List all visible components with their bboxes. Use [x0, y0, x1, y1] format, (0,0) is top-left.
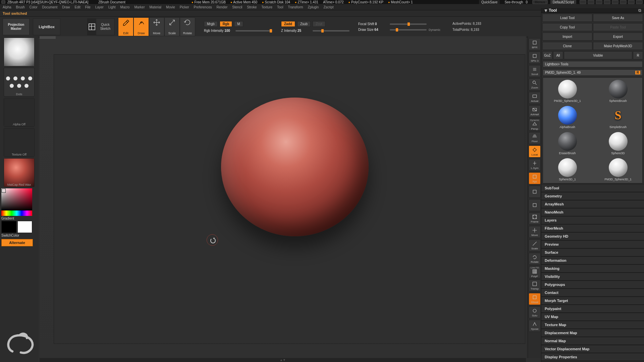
- quick-sketch-button[interactable]: QuickSketch: [87, 18, 115, 35]
- tool-visible-button[interactable]: Visible: [564, 51, 632, 59]
- menu-brush[interactable]: Brush: [16, 5, 25, 9]
- r-flag[interactable]: R: [635, 71, 640, 74]
- rshelf-aahalf[interactable]: AAHalf: [529, 105, 541, 117]
- texture-slot[interactable]: Texture Off: [4, 128, 35, 157]
- menu-zplugin[interactable]: Zplugin: [308, 5, 319, 9]
- subpalette-fibermesh[interactable]: FiberMesh: [541, 224, 644, 232]
- rshelf-transp[interactable]: Transp: [529, 280, 541, 292]
- subpalette-texture-map[interactable]: Texture Map: [541, 321, 644, 329]
- rshelf-zoom[interactable]: Zoom: [529, 78, 541, 90]
- alternate-button[interactable]: Alternate: [1, 239, 33, 246]
- rgb-intensity-slider[interactable]: [235, 30, 272, 32]
- subpalette-visibility[interactable]: Visibility: [541, 273, 644, 281]
- draw-size-slider[interactable]: [390, 29, 427, 31]
- win-btn-4[interactable]: [604, 0, 610, 4]
- win-min[interactable]: [620, 0, 627, 4]
- tool-import-button[interactable]: Import: [542, 33, 592, 41]
- tool-all-button[interactable]: All: [553, 51, 563, 59]
- draw-mode-button[interactable]: Draw: [133, 17, 149, 36]
- stroke-slot[interactable]: Dots: [4, 68, 35, 97]
- win-btn-3[interactable]: [596, 0, 602, 4]
- menu-layer[interactable]: Layer: [95, 5, 104, 9]
- subpalette-contact[interactable]: Contact: [541, 289, 644, 297]
- projection-master-button[interactable]: Projection Master: [3, 18, 30, 35]
- subpalette-uv-map[interactable]: UV Map: [541, 313, 644, 321]
- win-btn-1[interactable]: [580, 0, 586, 4]
- tool-thumb-sphere3d[interactable]: Sphere3D: [596, 132, 640, 155]
- color-picker[interactable]: Gradient SwitchColor Alternate: [1, 188, 32, 246]
- menu-zscript[interactable]: Zscript: [323, 5, 333, 9]
- brush-slot[interactable]: Standard: [4, 38, 35, 66]
- subpalette-deformation[interactable]: Deformation: [541, 256, 644, 264]
- script-label[interactable]: DefaultZScript: [550, 0, 576, 4]
- subpalette-surface[interactable]: Surface: [541, 248, 644, 256]
- edit-mode-button[interactable]: Edit: [118, 17, 133, 36]
- menu-preferences[interactable]: Preferences: [194, 5, 212, 9]
- rshelf-actual[interactable]: Actual: [529, 92, 541, 104]
- m-toggle[interactable]: M: [234, 21, 243, 27]
- rshelf-polyf[interactable]: Line FillPolyF: [529, 266, 541, 278]
- win-close[interactable]: [636, 0, 643, 4]
- rshelf-scroll[interactable]: Scroll: [529, 65, 541, 77]
- tool-thumb-pm3d_sphere3d_1[interactable]: PM3D_Sphere3D_1: [596, 158, 640, 181]
- tool-thumb-sphere3d_1[interactable]: Sphere3D_1: [545, 158, 590, 181]
- active-tool-name[interactable]: PM3D_Sphere3D_1. 49 R: [543, 69, 643, 76]
- menu-tool[interactable]: Tool: [277, 5, 283, 9]
- tool-thumb-simplebrush[interactable]: SimpleBrush: [596, 106, 640, 129]
- rotate-mode-button[interactable]: Rotate: [180, 17, 195, 36]
- rshelf-rot[interactable]: Rotate: [529, 253, 541, 265]
- tool-r-button[interactable]: R: [633, 51, 643, 59]
- rshelf-lsym[interactable]: L.Sym: [529, 159, 541, 171]
- tool-thumb-eraserbrush[interactable]: EraserBrush: [545, 132, 590, 155]
- canvas-area[interactable]: [40, 36, 526, 358]
- menu-color[interactable]: Color: [30, 5, 38, 9]
- lightbox-button[interactable]: LightBox: [33, 18, 60, 35]
- subpalette-displacement-map[interactable]: Displacement Map: [541, 329, 644, 337]
- rshelf-floor[interactable]: Floor: [529, 132, 541, 144]
- rshelf-bpr[interactable]: BPR: [529, 38, 541, 50]
- document[interactable]: [54, 54, 525, 344]
- rshelf-persp[interactable]: DynamicPersp: [529, 119, 541, 131]
- menu-alpha[interactable]: Alpha: [3, 5, 11, 9]
- subpalette-normal-map[interactable]: Normal Map: [541, 337, 644, 345]
- tool-make-polymesh3d-button[interactable]: Make PolyMesh3D: [593, 42, 643, 50]
- timeline-scrubber[interactable]: ▲▼: [40, 358, 526, 362]
- win-max[interactable]: [628, 0, 635, 4]
- zcut-toggle[interactable]: Zcut: [313, 21, 325, 27]
- swatch-white[interactable]: [17, 221, 33, 233]
- tool-save-as-button[interactable]: Save As: [593, 14, 643, 22]
- menu-light[interactable]: Light: [108, 5, 116, 9]
- menu-document[interactable]: Document: [42, 5, 58, 9]
- subpalette-display-properties[interactable]: Display Properties: [541, 353, 644, 361]
- tool-thumb-alphabrush[interactable]: AlphaBrush: [545, 106, 590, 129]
- subpalette-vector-displacement-map[interactable]: Vector Displacement Map: [541, 345, 644, 353]
- menu-stencil[interactable]: Stencil: [232, 5, 242, 9]
- menu-edit[interactable]: Edit: [75, 5, 80, 9]
- menu-file[interactable]: File: [85, 5, 91, 9]
- rgb-toggle[interactable]: Rgb: [220, 21, 232, 27]
- subpalette-polygroups[interactable]: Polygroups: [541, 281, 644, 289]
- move-mode-button[interactable]: Move: [149, 17, 164, 36]
- menu-render[interactable]: Render: [217, 5, 228, 9]
- subpalette-arraymesh[interactable]: ArrayMesh: [541, 200, 644, 208]
- rshelf-move[interactable]: Move: [529, 226, 541, 238]
- subpalette-morph-target[interactable]: Morph Target: [541, 297, 644, 305]
- subpalette-preview[interactable]: Preview: [541, 240, 644, 248]
- scale-mode-button[interactable]: Scale: [164, 17, 180, 36]
- menu-transform[interactable]: Transform: [288, 5, 303, 9]
- sphere-mesh[interactable]: [221, 98, 369, 236]
- menu-texture[interactable]: Texture: [261, 5, 272, 9]
- menu-stroke[interactable]: Stroke: [247, 5, 257, 9]
- rshelf-spix[interactable]: SPix 3: [529, 52, 541, 64]
- menu-macro[interactable]: Macro: [120, 5, 130, 9]
- switch-color-button[interactable]: SwitchColor: [1, 233, 32, 238]
- rshelf-scale[interactable]: Scale: [529, 239, 541, 251]
- rshelf-ghost[interactable]: Ghost: [529, 293, 541, 305]
- menu-movie[interactable]: Movie: [166, 5, 175, 9]
- rshelf-local[interactable]: Local: [529, 145, 541, 158]
- mrgb-toggle[interactable]: Mrgb: [204, 21, 218, 27]
- subpalette-nanomesh[interactable]: NanoMesh: [541, 208, 644, 216]
- win-btn-2[interactable]: [588, 0, 594, 4]
- menus-toggle[interactable]: Menus: [532, 0, 548, 4]
- menu-material[interactable]: Material: [150, 5, 162, 9]
